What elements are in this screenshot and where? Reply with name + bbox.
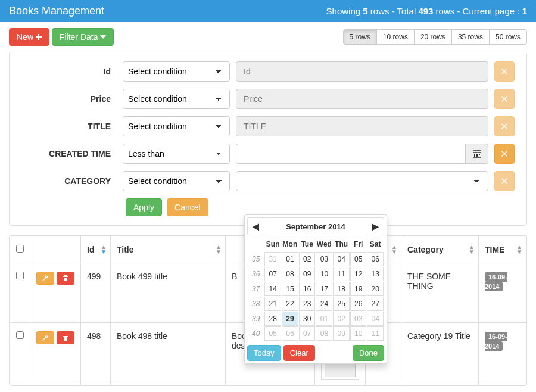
filter-category-remove[interactable]: [494, 171, 515, 191]
dp-dayhead: Fri: [350, 237, 366, 251]
row-checkbox[interactable]: [16, 272, 24, 279]
filter-category-condition[interactable]: Select condition: [123, 171, 230, 191]
filter-price-condition[interactable]: Select condition: [123, 89, 230, 109]
col-time[interactable]: TIME▲▼: [479, 236, 526, 263]
chevron-left-icon: ◀: [253, 222, 259, 231]
dp-day[interactable]: 25: [333, 297, 350, 311]
dp-day[interactable]: 11: [333, 267, 350, 281]
cell-title: Book 499 title: [111, 263, 226, 323]
dp-day[interactable]: 04: [333, 252, 350, 266]
page-size-50-rows[interactable]: 50 rows: [489, 29, 527, 45]
filter-category-label: CATEGORY: [21, 176, 117, 186]
col-title[interactable]: Title▲▼: [111, 236, 226, 263]
filter-title-condition[interactable]: Select condition: [123, 116, 230, 136]
dp-day[interactable]: 30: [299, 312, 316, 326]
filter-title-input[interactable]: [236, 116, 488, 136]
datepicker-today[interactable]: Today: [247, 345, 281, 361]
filter-price-input[interactable]: [236, 89, 488, 109]
dp-day[interactable]: 02: [299, 252, 316, 266]
dp-day[interactable]: 22: [282, 297, 298, 311]
datepicker-title[interactable]: September 2014: [264, 220, 367, 234]
dp-day[interactable]: 10: [316, 267, 332, 281]
edit-button[interactable]: [36, 272, 54, 285]
dp-day[interactable]: 16: [299, 282, 316, 296]
dp-day[interactable]: 08: [282, 267, 298, 281]
new-button[interactable]: New: [9, 28, 49, 46]
dp-day[interactable]: 12: [350, 267, 366, 281]
dp-day[interactable]: 20: [367, 282, 384, 296]
cell-category: THE SOME THING: [401, 263, 479, 323]
select-all-checkbox[interactable]: [16, 245, 24, 253]
dp-day[interactable]: 31: [264, 252, 281, 266]
dp-day[interactable]: 17: [316, 282, 332, 296]
page-size-20-rows[interactable]: 20 rows: [414, 29, 452, 45]
cell-category: Category 19 Title: [401, 323, 479, 385]
dp-day[interactable]: 07: [299, 326, 316, 341]
dp-day[interactable]: 14: [264, 282, 281, 296]
page-size-5-rows[interactable]: 5 rows: [343, 29, 377, 45]
row-checkbox[interactable]: [16, 331, 24, 339]
dp-day[interactable]: 11: [367, 326, 384, 341]
datepicker-next[interactable]: ▶: [367, 218, 384, 235]
datepicker-clear[interactable]: Clear: [283, 345, 315, 361]
dp-day[interactable]: 05: [350, 252, 366, 266]
filter-price-remove[interactable]: [494, 89, 515, 109]
calendar-button[interactable]: [466, 144, 488, 164]
dp-day[interactable]: 03: [316, 252, 332, 266]
datepicker-prev[interactable]: ◀: [248, 218, 264, 235]
dp-day[interactable]: 23: [299, 297, 316, 311]
filter-data-button[interactable]: Filter Data: [52, 28, 114, 46]
col-id[interactable]: Id▲▼: [81, 236, 111, 263]
filter-id-remove[interactable]: [494, 61, 515, 82]
dp-day[interactable]: 04: [367, 312, 384, 326]
cancel-button[interactable]: Cancel: [167, 198, 208, 216]
dp-day[interactable]: 21: [264, 297, 281, 311]
dp-day[interactable]: 19: [350, 282, 366, 296]
dp-day[interactable]: 06: [367, 252, 384, 266]
dp-day[interactable]: 13: [367, 267, 384, 281]
dp-day[interactable]: 07: [264, 267, 281, 281]
filter-created-condition[interactable]: Less than: [123, 144, 230, 164]
page-size-10-rows[interactable]: 10 rows: [376, 29, 415, 45]
dp-day[interactable]: 08: [316, 326, 332, 341]
filter-created-label: CREATED TIME: [21, 149, 117, 158]
dp-day[interactable]: 03: [350, 312, 366, 326]
dp-day[interactable]: 09: [299, 267, 316, 281]
dp-day[interactable]: 15: [282, 282, 298, 296]
dp-dayhead: Thu: [333, 237, 350, 251]
filter-id-label: Id: [21, 67, 117, 76]
edit-button[interactable]: [36, 331, 54, 344]
col-category[interactable]: Category▲▼: [401, 236, 479, 263]
filter-category-value[interactable]: [236, 171, 488, 191]
svg-rect-3: [476, 154, 478, 155]
caret-down-icon: [100, 35, 106, 39]
dp-dayhead: Mon: [282, 237, 298, 251]
page-size-35-rows[interactable]: 35 rows: [451, 29, 490, 45]
filter-id-input[interactable]: [236, 61, 488, 82]
filter-id-condition[interactable]: Select condition: [123, 61, 230, 82]
dp-day[interactable]: 10: [350, 326, 366, 341]
delete-button[interactable]: [57, 272, 74, 285]
filter-created-input[interactable]: [236, 144, 466, 164]
dp-day[interactable]: 09: [333, 326, 350, 341]
delete-button[interactable]: [57, 331, 74, 344]
apply-button[interactable]: Apply: [126, 198, 162, 216]
dp-day[interactable]: 26: [350, 297, 366, 311]
cell-time: 16-09-2014: [479, 323, 526, 385]
dp-day[interactable]: 05: [264, 326, 281, 341]
filter-title-remove[interactable]: [494, 116, 515, 136]
dp-day[interactable]: 01: [316, 312, 332, 326]
dp-day[interactable]: 29: [282, 312, 298, 326]
close-icon: [501, 123, 507, 129]
dp-day[interactable]: 27: [367, 297, 384, 311]
dp-day[interactable]: 28: [264, 312, 281, 326]
datepicker-done[interactable]: Done: [353, 345, 384, 361]
dp-day[interactable]: 06: [282, 326, 298, 341]
plus-icon: [36, 34, 42, 40]
dp-day[interactable]: 01: [282, 252, 298, 266]
filter-created-remove[interactable]: [494, 144, 515, 164]
dp-day[interactable]: 02: [333, 312, 350, 326]
dp-day[interactable]: 24: [316, 297, 332, 311]
sort-icon: ▲▼: [101, 245, 107, 254]
dp-day[interactable]: 18: [333, 282, 350, 296]
